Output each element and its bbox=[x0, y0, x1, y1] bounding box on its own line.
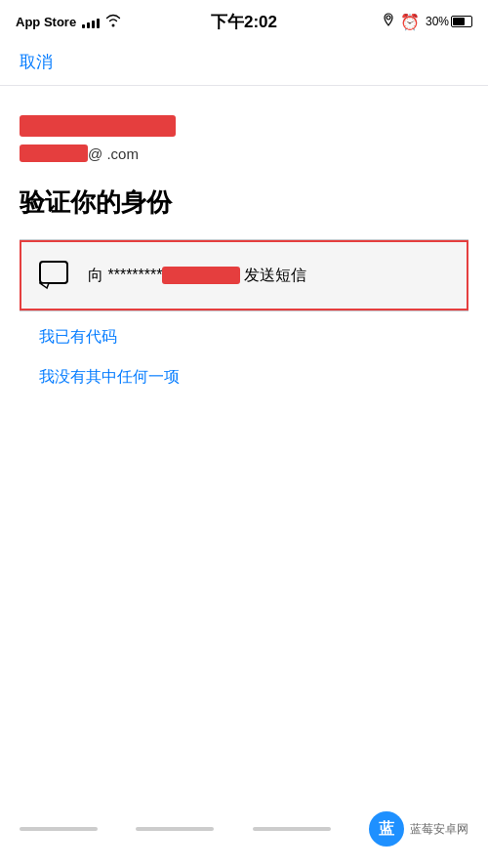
sms-suffix: 发送短信 bbox=[244, 267, 306, 283]
watermark: 蓝 蓝莓安卓网 bbox=[369, 811, 468, 847]
battery-fill bbox=[453, 18, 465, 25]
status-bar: App Store 下午2:02 ⏰ 30% bbox=[0, 0, 488, 43]
app-store-label: App Store bbox=[16, 15, 76, 29]
battery-indicator: 30% bbox=[426, 15, 472, 28]
sms-option-text: 向 *********发送短信 bbox=[88, 266, 451, 286]
alarm-icon: ⏰ bbox=[400, 13, 420, 31]
signal-bars-icon bbox=[82, 15, 100, 28]
redacted-email-prefix bbox=[20, 145, 88, 162]
status-bar-left: App Store bbox=[16, 14, 121, 30]
main-content: @ .com 验证你的身份 向 *********发送短信 我已有代码 我没有其… bbox=[0, 86, 488, 388]
status-bar-right: ⏰ 30% bbox=[383, 13, 472, 31]
battery-percent: 30% bbox=[426, 15, 449, 28]
cancel-button[interactable]: 取消 bbox=[20, 51, 53, 73]
wifi-icon bbox=[105, 14, 121, 30]
signal-bar-3 bbox=[92, 21, 95, 28]
sms-prefix: 向 ********* bbox=[88, 267, 162, 283]
sms-option[interactable]: 向 *********发送短信 bbox=[20, 240, 468, 310]
watermark-logo: 蓝 bbox=[369, 811, 404, 847]
email-suffix: @ .com bbox=[88, 145, 139, 162]
nav-bar: 取消 bbox=[0, 43, 488, 86]
have-code-link[interactable]: 我已有代码 bbox=[39, 327, 449, 348]
svg-rect-1 bbox=[40, 262, 67, 283]
status-bar-time: 下午2:02 bbox=[211, 11, 277, 33]
battery-body bbox=[451, 16, 472, 27]
bottom-bar-3 bbox=[253, 827, 331, 831]
signal-bar-1 bbox=[82, 24, 85, 28]
watermark-text: 蓝莓安卓网 bbox=[410, 821, 468, 838]
links-container: 我已有代码 我没有其中任何一项 bbox=[20, 311, 468, 388]
options-container: 向 *********发送短信 bbox=[20, 239, 468, 311]
email-line: @ .com bbox=[20, 145, 468, 162]
bottom-bar-2 bbox=[136, 827, 214, 831]
signal-bar-4 bbox=[97, 19, 100, 28]
location-icon bbox=[383, 13, 394, 30]
bottom-bar-1 bbox=[20, 827, 98, 831]
redacted-phone bbox=[162, 267, 240, 284]
message-icon bbox=[37, 258, 72, 293]
verify-title: 验证你的身份 bbox=[20, 186, 468, 220]
bottom-area: 蓝 蓝莓安卓网 bbox=[0, 790, 488, 868]
redacted-name-block bbox=[20, 115, 176, 137]
svg-point-0 bbox=[386, 16, 390, 20]
no-options-link[interactable]: 我没有其中任何一项 bbox=[39, 367, 449, 388]
signal-bar-2 bbox=[87, 22, 90, 28]
